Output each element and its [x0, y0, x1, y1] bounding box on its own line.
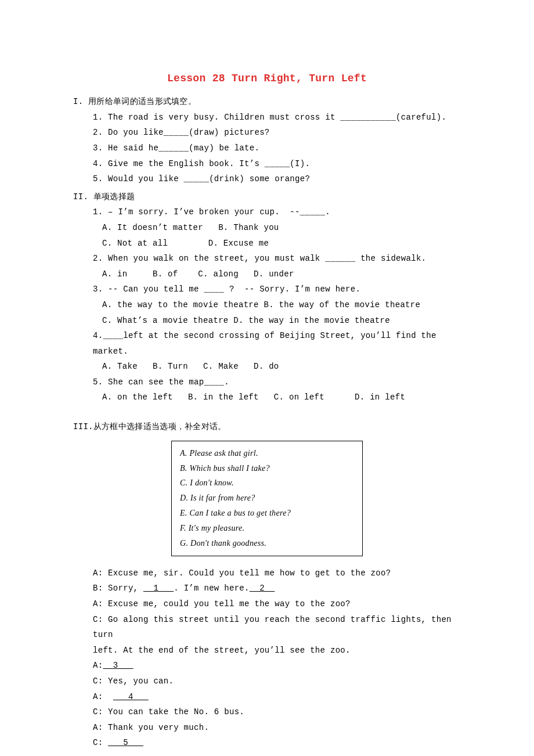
dialog-line-2a: B: Sorry, — [93, 584, 143, 593]
blank-4: 4 — [113, 692, 149, 701]
dialog-line-1: A: Excuse me, sir. Could you tell me how… — [93, 566, 461, 581]
option-g: G. Don't thank goodness. — [180, 536, 354, 551]
section2-heading: II. 单项选择题 — [73, 189, 461, 205]
sec2-q5: 5. She can see the map____. — [93, 375, 461, 390]
dialog-line-11a: C: — [93, 738, 108, 747]
sec2-q2: 2. When you walk on the street, you must… — [93, 251, 461, 267]
blank-2: 2 — [250, 584, 275, 593]
sec2-q1-opts-b: C. Not at all D. Excuse me — [102, 236, 461, 251]
sec1-q1: 1. The road is very busy. Children must … — [93, 110, 461, 125]
sec2-q3-opts-a: A. the way to the movie theatre B. the w… — [102, 297, 461, 313]
option-a: A. Please ask that girl. — [180, 446, 354, 461]
option-e: E. Can I take a bus to get there? — [180, 506, 354, 521]
option-b: B. Which bus shall I take? — [180, 461, 354, 476]
blank-5: 5 — [108, 738, 143, 747]
section3-heading: III.从方框中选择适当选项，补全对话。 — [73, 419, 461, 435]
option-d: D. Is it far from here? — [180, 491, 354, 506]
worksheet-page: Lesson 28 Turn Right, Turn Left I. 用所给单词… — [0, 0, 534, 756]
dialog-line-7: C: Yes, you can. — [93, 674, 461, 689]
sec1-q2: 2. Do you like_____(draw) pictures? — [93, 125, 461, 141]
sec2-q4: 4.____left at the second crossing of Bei… — [93, 328, 461, 359]
option-c: C. I don't know. — [180, 476, 354, 491]
sec2-q4-opts: A. Take B. Turn C. Make D. do — [102, 359, 461, 375]
option-f: F. It's my pleasure. — [180, 521, 354, 536]
blank-1: 1 — [143, 584, 174, 593]
section4-heading: IV. 根据汉语意思完成下列句子。 — [73, 753, 461, 756]
dialog-line-2b: . I’m new here. — [174, 584, 250, 593]
sec1-q3: 3. He said he______(may) be late. — [93, 141, 461, 156]
sec2-q5-opts: A. on the left B. in the left C. on left… — [102, 390, 461, 405]
options-box: A. Please ask that girl. B. Which bus sh… — [171, 441, 363, 556]
sec2-q1: 1. – I’m sorry. I’ve broken your cup. --… — [93, 204, 461, 220]
lesson-title: Lesson 28 Turn Right, Turn Left — [73, 69, 461, 88]
dialog-line-4: C: Go along this street until you reach … — [93, 612, 461, 643]
dialog-line-5: left. At the end of the street, you’ll s… — [93, 643, 461, 658]
dialog-line-8a: A: — [93, 692, 113, 701]
dialog-line-6: A: 3 — [93, 658, 461, 674]
sec1-q4: 4. Give me the English book. It’s _____(… — [93, 156, 461, 172]
sec2-q3: 3. -- Can you tell me ____ ? -- Sorry. I… — [93, 282, 461, 297]
blank-3: 3 — [103, 661, 133, 670]
sec2-q1-opts-a: A. It doesn’t matter B. Thank you — [102, 220, 461, 236]
dialog-line-2: B: Sorry, 1 . I’m new here. 2 — [93, 581, 461, 596]
dialog-line-11: C: 5 — [93, 735, 461, 751]
dialog-line-10: A: Thank you very much. — [93, 720, 461, 736]
section1-heading: I. 用所给单词的适当形式填空。 — [73, 94, 461, 110]
sec1-q5: 5. Would you like _____(drink) some oran… — [93, 171, 461, 187]
dialog-line-6a: A: — [93, 661, 103, 670]
sec2-q3-opts-b: C. What’s a movie theatre D. the way in … — [102, 313, 461, 329]
dialog-line-9: C: You can take the No. 6 bus. — [93, 704, 461, 720]
dialog-line-8: A: 4 — [93, 689, 461, 705]
dialog-line-3: A: Excuse me, could you tell me the way … — [93, 596, 461, 612]
sec2-q2-opts: A. in B. of C. along D. under — [102, 267, 461, 282]
